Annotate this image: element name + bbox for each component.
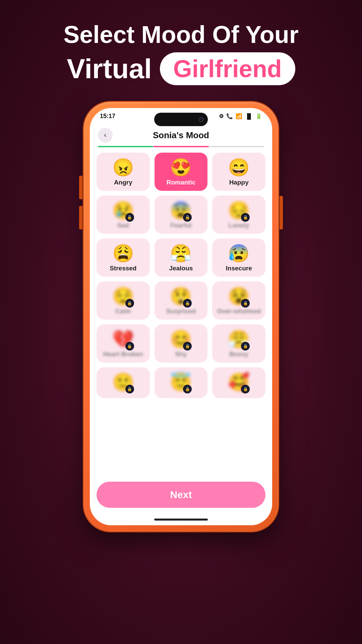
lock-icon-overwhelmed: 🔒 <box>241 299 250 308</box>
home-indicator <box>90 516 272 525</box>
mood-emoji-jealous: 😤 <box>170 245 192 262</box>
mood-card-lonely[interactable]: 😔🔒Lonely <box>212 196 265 234</box>
status-time: 15:17 <box>100 113 115 120</box>
mood-label-lonely: Lonely <box>229 222 249 229</box>
camera-dot <box>198 117 204 122</box>
mood-card-stressed[interactable]: 😩Stressed <box>97 238 150 277</box>
mood-card-insecure[interactable]: 😰Insecure <box>212 238 265 277</box>
mood-card-happy[interactable]: 😄Happy <box>212 153 265 191</box>
signal-icon: ▐▌ <box>245 113 253 119</box>
mood-card-romantic[interactable]: 😍Romantic <box>155 153 208 191</box>
mood-card-extra1[interactable]: 🙂🔒 <box>97 367 150 398</box>
app-nav: ‹ Sonia's Mood <box>98 128 264 143</box>
power-button <box>280 196 283 229</box>
mood-grid-container: 😠Angry😍Romantic😄Happy😢🔒Sad😨🔒Fearful😔🔒Lon… <box>90 147 272 477</box>
home-bar <box>154 519 208 521</box>
dynamic-island <box>154 113 208 126</box>
mood-label-fearful: Fearful <box>170 222 191 229</box>
lock-icon-fearful: 🔒 <box>183 213 192 222</box>
mood-card-sad[interactable]: 😢🔒Sad <box>97 196 150 234</box>
mood-card-surprised[interactable]: 😲🔒Surprised <box>155 281 208 320</box>
mood-label-heartbroken: Heart Broken <box>103 351 143 358</box>
mood-label-happy: Happy <box>229 179 249 186</box>
lock-icon-extra1: 🔒 <box>125 385 134 393</box>
mood-emoji-angry: 😠 <box>112 159 134 176</box>
lock-icon-extra2: 🔒 <box>183 385 192 393</box>
mood-card-heartbroken[interactable]: 💔🔒Heart Broken <box>97 324 150 363</box>
mood-label-shy: Shy <box>175 351 187 358</box>
lock-icon-bossy: 🔒 <box>241 342 250 351</box>
mood-label-insecure: Insecure <box>226 265 252 272</box>
mood-emoji-stressed: 😩 <box>112 245 134 262</box>
mood-emoji-romantic: 😍 <box>170 159 192 176</box>
next-button[interactable]: Next <box>97 482 265 508</box>
phone-mockup: 15:17 ⚙ 📞 📶 ▐▌ 🔋 ‹ Sonia's Mood <box>84 102 278 531</box>
phone-frame: 15:17 ⚙ 📞 📶 ▐▌ 🔋 ‹ Sonia's Mood <box>84 102 278 531</box>
mood-card-overwhelmed[interactable]: 😵🔒Over-whelmed <box>212 281 265 320</box>
mood-label-bossy: Bossy <box>229 351 248 358</box>
wifi-icon: 📶 <box>236 113 242 119</box>
app-header: ‹ Sonia's Mood <box>90 122 272 147</box>
header-girlfriend: Girlfriend <box>160 52 295 85</box>
volume-up-button <box>79 176 82 199</box>
header-virtual: Virtual <box>67 53 152 85</box>
status-icons: ⚙ 📞 📶 ▐▌ 🔋 <box>219 113 262 119</box>
battery-icon: 🔋 <box>255 113 262 119</box>
back-button[interactable]: ‹ <box>98 128 113 143</box>
mood-label-surprised: Surprised <box>166 308 196 315</box>
header-line1: Select Mood Of Your <box>63 20 298 49</box>
mood-label-calm: Calm <box>115 308 131 315</box>
mood-label-stressed: Stressed <box>110 265 136 272</box>
call-icon: 📞 <box>226 113 233 119</box>
volume-down-button <box>79 206 82 229</box>
mood-card-calm[interactable]: 😌🔒Calm <box>97 281 150 320</box>
mood-card-extra3[interactable]: 🥰🔒 <box>212 367 265 398</box>
phone-screen: 15:17 ⚙ 📞 📶 ▐▌ 🔋 ‹ Sonia's Mood <box>90 108 272 525</box>
mood-card-bossy[interactable]: 😤🔒Bossy <box>212 324 265 363</box>
mood-card-shy[interactable]: 😊🔒Shy <box>155 324 208 363</box>
mood-card-angry[interactable]: 😠Angry <box>97 153 150 191</box>
lock-icon-shy: 🔒 <box>183 342 192 351</box>
lock-icon-lonely: 🔒 <box>241 213 250 222</box>
mood-card-extra2[interactable]: 😇🔒 <box>155 367 208 398</box>
lock-icon-calm: 🔒 <box>125 299 134 308</box>
mood-emoji-insecure: 😰 <box>228 245 250 262</box>
page-header: Select Mood Of Your Virtual Girlfriend <box>63 20 298 85</box>
mood-label-sad: Sad <box>117 222 129 229</box>
mood-card-fearful[interactable]: 😨🔒Fearful <box>155 196 208 234</box>
lock-icon-sad: 🔒 <box>125 213 134 222</box>
mood-label-angry: Angry <box>114 179 132 186</box>
settings-icon: ⚙ <box>219 113 224 119</box>
lock-icon-surprised: 🔒 <box>183 299 192 308</box>
app-title: Sonia's Mood <box>113 130 249 141</box>
mood-label-romantic: Romantic <box>167 179 196 186</box>
mood-label-overwhelmed: Over-whelmed <box>217 308 261 315</box>
mood-emoji-happy: 😄 <box>228 159 250 176</box>
next-btn-container: Next <box>90 477 272 516</box>
lock-icon-heartbroken: 🔒 <box>125 342 134 351</box>
mood-card-jealous[interactable]: 😤Jealous <box>155 238 208 277</box>
lock-icon-extra3: 🔒 <box>241 385 250 393</box>
mood-label-jealous: Jealous <box>169 265 193 272</box>
mood-grid: 😠Angry😍Romantic😄Happy😢🔒Sad😨🔒Fearful😔🔒Lon… <box>97 153 265 398</box>
